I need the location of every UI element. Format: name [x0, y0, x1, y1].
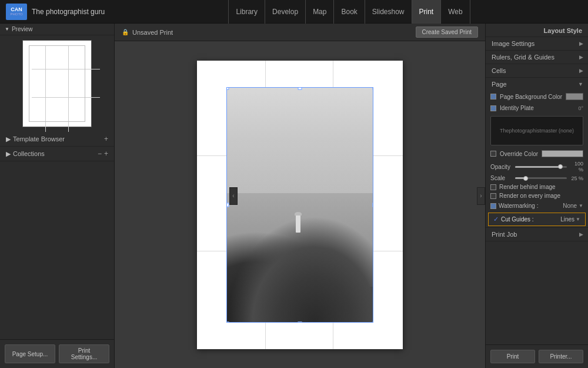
logo-photo: PHOTO [10, 12, 22, 16]
right-panel: Layout Style Image Settings ▶ Rulers, Gr… [485, 24, 588, 368]
nav-slideshow[interactable]: Slideshow [365, 0, 412, 24]
render-behind-checkbox[interactable] [490, 184, 496, 190]
center-area: 🔒 Unsaved Print Create Saved Print [115, 24, 485, 368]
cut-guides-dropdown-icon[interactable]: ▼ [576, 217, 580, 222]
page-bg-color-label: Page Background Color [500, 94, 562, 100]
preview-header[interactable]: ▼ Preview [0, 24, 114, 35]
logo-area: CAN PHOTO The photographist guru [6, 4, 105, 20]
image-settings-label: Image Settings [492, 40, 534, 47]
template-browser-add-icon[interactable]: + [104, 135, 108, 143]
watermarking-dropdown-icon[interactable]: ▼ [579, 203, 583, 208]
rulers-header[interactable]: Rulers, Grid & Guides ▶ [486, 51, 588, 64]
override-color-row: Override Color [486, 148, 588, 160]
top-nav: CAN PHOTO The photographist guru Library… [0, 0, 588, 24]
image-settings-section: Image Settings ▶ [486, 37, 588, 51]
identity-plate-label: Identity Plate [500, 105, 534, 111]
cells-header[interactable]: Cells ▶ [486, 64, 588, 77]
print-canvas-area [115, 41, 485, 368]
photo-on-page[interactable] [226, 87, 373, 323]
page-label: Page [492, 81, 507, 88]
template-browser-label: Template Browser [13, 135, 65, 142]
right-panel-title: Layout Style [486, 24, 588, 37]
left-bottom-buttons: Page Setup... Print Settings... [0, 339, 114, 368]
opacity-value: 100 % [569, 161, 583, 173]
scale-value: 25 % [569, 175, 583, 181]
rulers-section: Rulers, Grid & Guides ▶ [486, 51, 588, 64]
page-bg-color-row: Page Background Color [486, 91, 588, 102]
nav-develop[interactable]: Develop [265, 0, 306, 24]
right-bottom-buttons: Print Printer... [486, 344, 588, 368]
printer-button[interactable]: Printer... [539, 350, 583, 363]
nav-map[interactable]: Map [306, 0, 334, 24]
image-settings-arrow: ▶ [579, 41, 583, 47]
right-collapse-arrow[interactable]: › [477, 187, 485, 205]
preview-triangle: ▼ [5, 26, 9, 32]
render-every-row: Render on every image [486, 191, 588, 200]
page-bg-checkbox[interactable] [490, 94, 496, 100]
preview-thumbnail [22, 40, 92, 127]
print-job-label: Print Job [492, 231, 517, 238]
page-setup-button[interactable]: Page Setup... [5, 344, 55, 363]
preview-label: Preview [12, 26, 33, 32]
identity-plate-text: Thephotographistmaster (none) [500, 128, 574, 134]
nav-book[interactable]: Book [334, 0, 365, 24]
opacity-thumb[interactable] [558, 164, 563, 169]
cut-guides-value-area: Lines ▼ [560, 216, 580, 223]
create-saved-button[interactable]: Create Saved Print [416, 26, 479, 38]
nav-web[interactable]: Web [441, 0, 470, 24]
render-behind-row: Render behind image [486, 183, 588, 191]
handle-bottom-mid[interactable] [298, 321, 302, 323]
scale-label: Scale [490, 175, 513, 181]
collections-minus-icon[interactable]: − [98, 150, 102, 158]
opacity-track[interactable] [515, 166, 567, 168]
cut-guides-row: ✓ Cut Guides : Lines ▼ [488, 213, 586, 226]
print-job-section: Print Job ▶ [486, 228, 588, 241]
print-settings-button[interactable]: Print Settings... [59, 344, 109, 363]
handle-bottom-left[interactable] [226, 321, 229, 323]
handle-top-right[interactable] [373, 87, 374, 90]
override-color-swatch[interactable] [542, 150, 583, 157]
render-every-checkbox[interactable] [490, 193, 496, 199]
opacity-fill [515, 166, 560, 168]
page-bg-color-swatch[interactable] [566, 93, 583, 100]
page-header[interactable]: Page ▼ [486, 78, 588, 91]
cells-label: Cells [492, 67, 506, 74]
handle-mid-right[interactable] [373, 203, 374, 207]
cells-section: Cells ▶ [486, 64, 588, 78]
nav-print[interactable]: Print [412, 0, 442, 24]
scale-slider-row: Scale 25 % [486, 174, 588, 183]
main-area: ▼ Preview ▶ Template Browser + [0, 24, 588, 368]
identity-plate-degree: 0° [578, 105, 583, 111]
override-color-checkbox[interactable] [490, 151, 496, 157]
collections-add-icon[interactable]: + [104, 150, 108, 158]
watermarking-checkbox[interactable] [490, 203, 496, 209]
left-collapse-arrow[interactable]: ‹ [229, 187, 238, 205]
collections-row[interactable]: ▶ Collections − + [0, 147, 114, 161]
opacity-slider-row: Opacity 100 % [486, 160, 588, 174]
preview-thumb-inner [29, 45, 85, 122]
handle-top-left[interactable] [226, 87, 229, 90]
identity-plate-box[interactable]: Thephotographistmaster (none) [490, 116, 583, 145]
template-browser-left: ▶ Template Browser [6, 135, 65, 143]
collections-triangle: ▶ [6, 150, 11, 158]
identity-plate-checkbox[interactable] [490, 105, 496, 111]
template-browser-row[interactable]: ▶ Template Browser + [0, 132, 114, 147]
scale-track[interactable] [515, 177, 567, 179]
handle-mid-left[interactable] [226, 203, 229, 207]
template-browser-triangle: ▶ [6, 135, 11, 143]
nav-library[interactable]: Library [228, 0, 265, 24]
collections-actions: − + [98, 150, 108, 158]
image-settings-header[interactable]: Image Settings ▶ [486, 37, 588, 50]
handle-top-mid[interactable] [298, 87, 302, 90]
print-job-header[interactable]: Print Job ▶ [486, 228, 588, 241]
scale-thumb[interactable] [523, 176, 528, 181]
identity-plate-row: Identity Plate 0° [486, 102, 588, 114]
print-button[interactable]: Print [490, 350, 535, 363]
cells-arrow: ▶ [579, 68, 583, 74]
cut-guides-value: Lines [560, 216, 574, 223]
watermarking-value: None [563, 203, 577, 209]
lock-icon: 🔒 [122, 29, 129, 35]
cut-guides-label: Cut Guides : [501, 216, 534, 223]
handle-bottom-right[interactable] [373, 321, 374, 323]
rulers-arrow: ▶ [579, 54, 583, 60]
